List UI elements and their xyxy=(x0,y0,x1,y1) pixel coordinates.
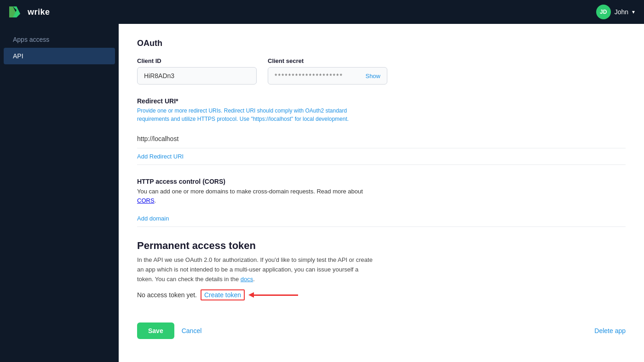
arrow-annotation xyxy=(252,294,298,296)
docs-link[interactable]: docs xyxy=(241,276,253,283)
add-domain-link[interactable]: Add domain xyxy=(137,210,626,227)
arrow-line xyxy=(252,294,298,296)
oauth-section: OAuth Client ID Client secret **********… xyxy=(137,39,626,227)
cors-desc-plain: You can add one or more domains to make … xyxy=(137,188,363,195)
redirect-uri-section: Redirect URI* Provide one or more redire… xyxy=(137,97,626,165)
sidebar: Apps access API xyxy=(0,24,119,362)
redirect-uri-label: Redirect URI* xyxy=(137,97,626,105)
no-token-text: No access token yet. xyxy=(137,291,197,299)
oauth-title: OAuth xyxy=(137,39,626,48)
save-button[interactable]: Save xyxy=(137,322,174,339)
wrike-logo-icon xyxy=(9,6,24,17)
permanent-access-token-section: Permanent access token In the API we use… xyxy=(137,240,626,300)
bottom-actions: Save Cancel Delete app xyxy=(137,315,626,339)
user-menu[interactable]: JD John ▾ xyxy=(596,5,635,19)
client-secret-group: Client secret ******************** Show xyxy=(268,57,387,85)
redirect-uri-desc: Provide one or more redirect URIs. Redir… xyxy=(137,107,376,123)
pat-title: Permanent access token xyxy=(137,240,626,252)
cancel-button[interactable]: Cancel xyxy=(182,327,202,334)
credentials-row: Client ID Client secret ****************… xyxy=(137,57,626,85)
cors-link[interactable]: CORS xyxy=(137,197,155,204)
redirect-uri-value: http://localhost xyxy=(137,130,626,148)
main-layout: Apps access API OAuth Client ID Client s… xyxy=(0,24,644,362)
client-id-label: Client ID xyxy=(137,57,257,64)
delete-app-button[interactable]: Delete app xyxy=(594,327,626,334)
content-panel: OAuth Client ID Client secret **********… xyxy=(119,24,644,362)
content-area: OAuth Client ID Client secret **********… xyxy=(119,24,644,362)
client-id-group: Client ID xyxy=(137,57,257,85)
client-secret-label: Client secret xyxy=(268,57,387,64)
avatar: JD xyxy=(596,5,611,19)
sidebar-item-apps-access[interactable]: Apps access xyxy=(4,31,115,48)
sidebar-item-api[interactable]: API xyxy=(4,48,115,64)
create-token-link[interactable]: Create token xyxy=(201,289,245,300)
cors-title: HTTP access control (CORS) xyxy=(137,178,626,185)
cors-desc: You can add one or more domains to make … xyxy=(137,187,376,205)
logo-text: wrike xyxy=(28,7,50,17)
pat-description: In the API we use OAuth 2.0 for authoriz… xyxy=(137,255,376,284)
top-navbar: wrike JD John ▾ xyxy=(0,0,644,24)
pat-desc-text: In the API we use OAuth 2.0 for authoriz… xyxy=(137,256,373,283)
secret-dots: ******************** xyxy=(275,72,365,79)
show-secret-button[interactable]: Show xyxy=(365,73,380,79)
add-redirect-uri-link[interactable]: Add Redirect URI xyxy=(137,148,626,165)
client-id-input[interactable] xyxy=(137,67,257,85)
chevron-down-icon: ▾ xyxy=(632,9,635,15)
pat-desc-end: . xyxy=(253,276,255,283)
cors-section: HTTP access control (CORS) You can add o… xyxy=(137,178,626,227)
client-secret-field: ******************** Show xyxy=(268,67,387,85)
cors-desc-end: . xyxy=(155,197,156,204)
logo: wrike xyxy=(9,6,50,17)
user-name: John xyxy=(615,8,628,16)
no-token-row: No access token yet. Create token xyxy=(137,289,626,300)
